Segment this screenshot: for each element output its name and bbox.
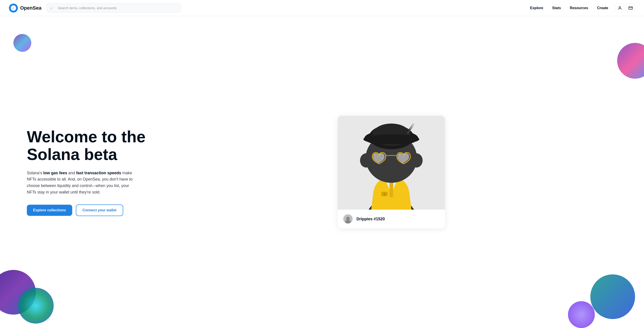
nav-icons [616, 3, 635, 12]
hero-description: Solana's low gas fees and fast transacti… [27, 170, 139, 196]
search-icon: ⌕ [50, 6, 52, 10]
wallet-button[interactable] [626, 3, 635, 12]
nav-create[interactable]: Create [594, 4, 612, 12]
nft-collection-avatar [343, 214, 353, 224]
hero-content: Welcome to the Solana beta Solana's low … [27, 128, 156, 216]
nav-stats[interactable]: Stats [548, 4, 564, 12]
desc-bold-1: low gas fees [44, 171, 67, 175]
orb-right-2 [590, 274, 635, 319]
nav-links: Explore Stats Resources Create [526, 4, 612, 12]
hero-section: Welcome to the Solana beta Solana's low … [0, 16, 644, 328]
explore-collections-button[interactable]: Explore collections [27, 205, 72, 216]
nft-card-image: D [338, 116, 445, 210]
orb-top-left [14, 34, 31, 52]
logo-text: OpenSea [20, 5, 41, 11]
logo-icon [9, 3, 18, 12]
svg-point-12 [363, 134, 419, 144]
svg-rect-1 [629, 7, 632, 9]
svg-point-14 [410, 153, 422, 168]
nav-explore[interactable]: Explore [526, 4, 547, 12]
nft-character-svg: D [338, 116, 445, 210]
nft-card-footer: Drippies #1520 [338, 210, 445, 228]
logo-link[interactable]: OpenSea [9, 3, 41, 12]
hero-nft-area: D [156, 116, 626, 228]
connect-wallet-button[interactable]: Connect your wallet [76, 204, 123, 216]
desc-bold-2: fast transaction speeds [76, 171, 121, 175]
svg-text:D: D [384, 193, 385, 196]
svg-point-20 [345, 220, 350, 223]
orb-bottom-left [0, 270, 36, 315]
orb-right-3 [568, 301, 595, 328]
orb-bottom-left-2 [18, 288, 54, 324]
svg-point-0 [619, 6, 621, 8]
nft-title: Drippies #1520 [356, 217, 385, 221]
navbar: OpenSea ⌕ Explore Stats Resources Create [0, 0, 644, 16]
svg-point-13 [360, 153, 372, 168]
orb-right-1 [617, 43, 644, 79]
hero-buttons: Explore collections Connect your wallet [27, 204, 156, 216]
search-bar: ⌕ [47, 3, 181, 13]
search-input[interactable] [47, 3, 181, 13]
nft-card[interactable]: D [338, 116, 445, 228]
svg-point-19 [346, 217, 350, 220]
nav-resources[interactable]: Resources [566, 4, 592, 12]
hero-title: Welcome to the Solana beta [27, 128, 156, 163]
profile-button[interactable] [616, 3, 624, 12]
